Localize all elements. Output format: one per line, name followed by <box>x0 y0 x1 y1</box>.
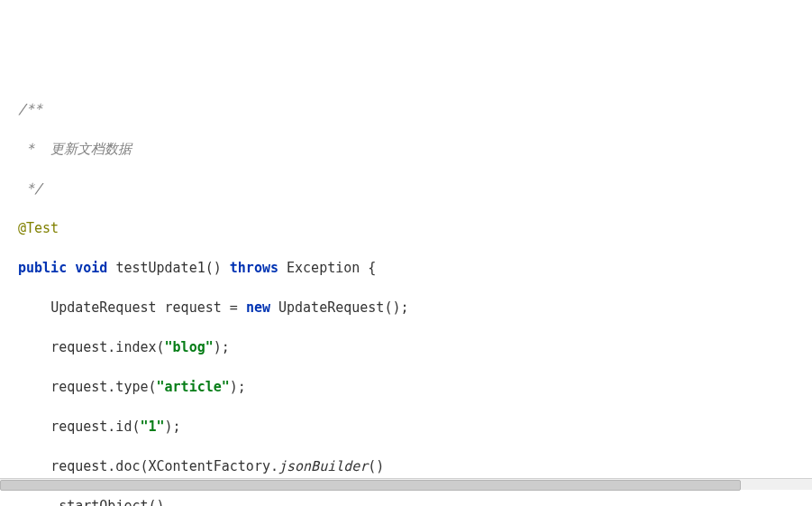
annotation-test: @Test <box>18 220 59 236</box>
exception-decl: Exception { <box>287 260 376 276</box>
stmt-type-b: ); <box>230 379 246 395</box>
stmt-startobject: .startObject() <box>50 498 164 506</box>
comment-close: */ <box>18 180 42 197</box>
stmt-id-b: ); <box>165 419 181 435</box>
comment-open: /** <box>18 101 42 117</box>
str-1: "1" <box>140 419 164 435</box>
kw-throws: throws <box>230 260 278 276</box>
kw-new: new <box>246 299 270 316</box>
stmt-doc-b: () <box>368 458 384 474</box>
stmt-index-a: request.index( <box>50 339 164 355</box>
method-jsonbuilder: jsonBuilder <box>278 458 368 474</box>
comment-body: * 更新文档数据 <box>18 141 132 157</box>
stmt-new-request-b: UpdateRequest(); <box>270 299 409 316</box>
str-blog: "blog" <box>165 339 214 355</box>
kw-void: void <box>75 260 107 276</box>
stmt-type-a: request.type( <box>50 379 156 395</box>
stmt-id-a: request.id( <box>50 419 140 435</box>
stmt-index-b: ); <box>214 339 230 355</box>
stmt-doc-a: request.doc(XContentFactory. <box>50 458 278 474</box>
code-editor[interactable]: /** * 更新文档数据 */ @Test public void testUp… <box>0 79 812 506</box>
stmt-new-request-a: UpdateRequest request = <box>50 299 246 316</box>
str-article: "article" <box>157 379 230 395</box>
kw-public: public <box>18 260 67 276</box>
scrollbar-thumb[interactable] <box>0 480 741 491</box>
horizontal-scrollbar[interactable] <box>0 478 812 490</box>
method-name: testUpdate1() <box>115 260 221 276</box>
